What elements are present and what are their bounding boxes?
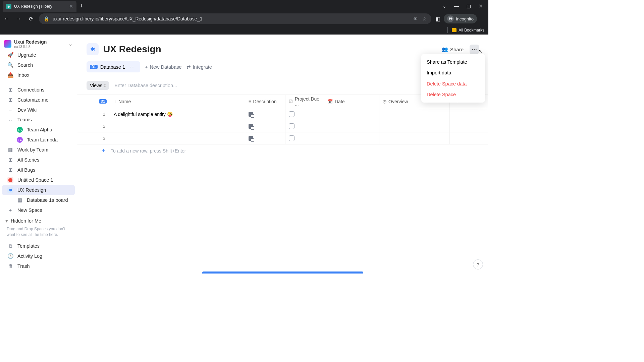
sidebar-item-devwiki[interactable]: ≡ Dev Wiki [2,105,75,115]
sidebar-item-search[interactable]: 🔍 Search [2,60,75,70]
cell-name[interactable] [111,132,245,144]
plus-icon[interactable]: + [77,147,111,155]
chevron-down-icon: ▾ [5,218,8,224]
workspace-switcher[interactable]: Uxui Redesign ea131bb8 ⌄ [0,37,77,50]
checkbox[interactable] [289,123,294,129]
row-number: 1 [77,112,111,117]
sidebar-item-inbox[interactable]: 📥 Inbox [2,70,75,80]
row-number-header: D1 [77,99,111,104]
cell-description[interactable] [245,132,285,144]
sidebar-item-team-alpha[interactable]: TA Team Alpha [2,125,75,135]
database-table: D1 T Name ≡ Description ☑ Project Due ..… [77,95,488,157]
new-database-button[interactable]: + New Database [145,64,182,70]
rich-text-icon [249,124,253,129]
cell-description[interactable] [245,108,285,120]
checkbox[interactable] [289,111,294,117]
sidebar-item-all-bugs[interactable]: ⊞ All Bugs [2,165,75,175]
cell-project-due[interactable] [285,132,324,144]
cell-overview[interactable] [379,120,449,132]
cell-date[interactable] [324,132,379,144]
new-tab-button[interactable]: + [80,3,84,10]
sidepanel-icon[interactable]: ◧ [435,16,440,22]
cell-overview[interactable] [379,108,449,120]
sidebar-item-db-board[interactable]: ▦ Database 1s board [2,195,75,205]
share-button[interactable]: 👥 Share [438,44,467,54]
reload-icon[interactable]: ⟳ [27,16,35,22]
plus-icon: + [7,207,13,213]
sidebar-hidden-header[interactable]: ▾ Hidden for Me [0,216,77,226]
sidebar-item-work-by-team[interactable]: ▦ Work by Team [2,145,75,155]
sidebar-item-new-space[interactable]: + New Space [2,205,75,215]
sidebar-label: Upgrade [17,52,36,58]
page-title[interactable]: UX Redesign [103,44,161,55]
cell-date[interactable] [324,120,379,132]
db-tab-database1[interactable]: D1 Database 1 ⋯ [87,61,140,72]
column-header-project-due[interactable]: ☑ Project Due ... [285,95,324,108]
back-icon[interactable]: ← [3,16,11,22]
incognito-icon: 🕶 [447,15,454,22]
sidebar-item-ux-redesign[interactable]: ✱ UX Redesign [2,185,75,195]
menu-item-delete-space[interactable]: Delete Space [421,89,485,100]
url-bar[interactable]: 🔒 uxui-redesign.fibery.io/fibery/space/U… [39,13,431,24]
main-content: ✱ UX Redesign 👥 Share ⋯ D1 Database 1 ⋯ … [77,35,488,274]
menu-item-delete-space-data[interactable]: Delete Space data [421,78,485,89]
integrate-button[interactable]: ⇄ Integrate [186,64,212,70]
sidebar-item-teams[interactable]: ⌄ Teams [2,115,75,125]
tab-title: UX Redesign | Fibery [14,4,52,9]
workspace-avatar-icon [4,40,11,48]
menu-item-import-data[interactable]: Import data [421,67,485,78]
table-row[interactable]: 1 A delightful sample entity 🤪 [77,108,488,120]
cell-description[interactable] [245,120,285,132]
views-button[interactable]: Views 2 [87,81,109,90]
table-row[interactable]: 3 [77,132,488,144]
cell-project-due[interactable] [285,120,324,132]
help-button[interactable]: ? [473,259,483,269]
sidebar-item-activity-log[interactable]: 🕒 Activity Log [2,251,75,261]
maximize-icon[interactable]: ▢ [464,1,474,11]
column-header-description[interactable]: ≡ Description [245,95,285,108]
description-input[interactable] [114,83,438,88]
sidebar-item-customize[interactable]: ⊞ Customize.me [2,95,75,105]
column-header-name[interactable]: T Name [111,95,245,108]
sidebar-item-connections[interactable]: ⊞ Connections [2,85,75,95]
browser-tab[interactable]: ◆ UX Redesign | Fibery ✕ [3,1,76,12]
star-icon[interactable]: ☆ [422,16,427,21]
space-options-menu: Share as Template Import data Delete Spa… [421,54,485,103]
table-row[interactable]: 2 [77,120,488,132]
checkbox-icon: ☑ [289,99,293,104]
minimize-icon[interactable]: — [451,1,462,11]
checkbox[interactable] [289,135,294,141]
sidebar-item-untitled-space[interactable]: ⛔ Untitled Space 1 [2,175,75,185]
column-header-date[interactable]: 📅 Date [324,95,379,108]
sidebar-item-upgrade[interactable]: 🚀 Upgrade [2,50,75,60]
kebab-icon[interactable]: ⋮ [480,16,486,22]
cell-name[interactable]: A delightful sample entity 🤪 [111,108,245,120]
cell-overview[interactable] [379,132,449,144]
close-window-icon[interactable]: ✕ [476,1,486,11]
incognito-badge[interactable]: 🕶 Incognito [444,14,477,23]
menu-label: Delete Space [427,92,456,97]
sidebar-label: Customize.me [17,97,49,103]
eye-off-icon[interactable]: 👁 [413,16,418,21]
more-button[interactable]: ⋯ [470,45,479,54]
forward-icon[interactable]: → [15,16,23,22]
cell-name[interactable] [111,120,245,132]
dots-icon[interactable]: ⋯ [128,63,137,71]
close-icon[interactable]: ✕ [69,4,73,9]
sidebar-item-team-lambda[interactable]: TL Team Lambda [2,135,75,145]
sidebar-item-trash[interactable]: 🗑 Trash [2,261,75,271]
sidebar-item-all-stories[interactable]: ⊞ All Stories [2,155,75,165]
all-bookmarks-link[interactable]: All Bookmarks [459,28,484,33]
space-icon: ✱ [7,187,13,193]
chevron-down-icon[interactable]: ⌄ [439,1,449,11]
cell-date[interactable] [324,108,379,120]
sidebar-item-templates[interactable]: ⧉ Templates [2,241,75,251]
add-row[interactable]: + To add a new row, press Shift+Enter [77,144,488,157]
menu-item-share-template[interactable]: Share as Template [421,57,485,67]
new-db-label: New Database [150,64,181,70]
cell-project-due[interactable] [285,108,324,120]
column-label: Date [335,99,345,104]
space-icon[interactable]: ✱ [87,43,99,55]
workspace-sub: ea131bb8 [14,45,47,49]
team-dot-icon: TL [17,137,23,143]
